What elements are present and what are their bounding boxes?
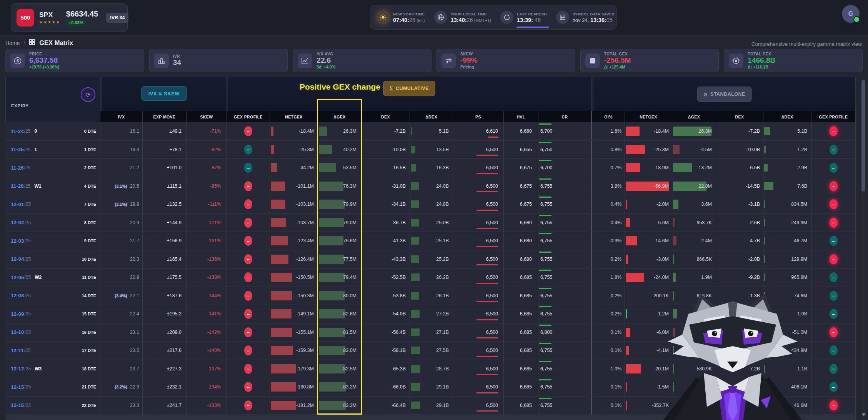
cell-skew: -137% (187, 360, 227, 378)
cell-value: -31.0B (392, 183, 406, 189)
column-header-hvl[interactable]: HVL (504, 111, 538, 122)
stat-card-total-gex[interactable]: TOTAL GEX-256.5MΔ: +125.4M (580, 49, 719, 72)
breadcrumb-home[interactable]: Home (5, 40, 20, 46)
call-resistance-line (539, 343, 551, 344)
negative-bar (626, 382, 627, 392)
column-header-ivx[interactable]: IVX (100, 111, 143, 122)
column-header--dex[interactable]: ΔDEX (763, 111, 811, 122)
cell-ddex: 25.0B (410, 214, 453, 232)
expiry-date-link[interactable]: 12-03 (11, 238, 24, 244)
column-header-exp-move[interactable]: EXP MOVE (143, 111, 187, 122)
stat-card-ivx-avg[interactable]: IVX AVG22.65d: +4.0% (293, 49, 432, 72)
expiry-date-link[interactable]: 12-02 (11, 220, 24, 225)
column-header-oi-[interactable]: OI% (591, 111, 625, 122)
cell-value: 0.3% (611, 238, 622, 243)
gex-profile-indicator: – (830, 364, 838, 374)
expiry-date-link[interactable]: 12-10 (11, 329, 24, 335)
column-header-ps[interactable]: PS (453, 111, 504, 122)
cell-netgex: -155.1M (270, 323, 318, 342)
cell-value: 21.7 (130, 238, 139, 243)
cell-value: -54.0B (392, 311, 406, 317)
cell-dgex: 26.3M (318, 122, 362, 140)
column-header-dex[interactable]: DEX (362, 111, 410, 122)
cell-hvl: 6,685 (504, 305, 538, 323)
cell-value: 0.1% (611, 348, 622, 353)
cell-standalone-dgex: 1.9M (672, 268, 716, 287)
cell-value: 1.8% (611, 275, 622, 280)
cell-value: ±132.5 (167, 202, 182, 207)
expiry-date-link[interactable]: 12-05 (11, 275, 24, 280)
expiry-date-link[interactable]: 12-16 (11, 402, 24, 408)
expiry-date-link[interactable]: 12-04 (11, 256, 24, 262)
column-header-gex-profile[interactable]: GEX PROFILE (227, 111, 270, 122)
expiry-settings-button[interactable]: ⟳ (81, 87, 95, 102)
cell-value: -121% (207, 220, 221, 225)
expiry-date-link[interactable]: 11-26 (11, 165, 24, 171)
user-avatar[interactable]: G (842, 5, 860, 23)
dte-label: 16 DTE (82, 330, 96, 335)
cell-value: -2.0M (656, 202, 669, 207)
stat-card-total-dex[interactable]: TOTAL DEX1466.8BΔ: +116.1B (724, 49, 863, 72)
cell-ivx: 23.3 (100, 397, 143, 415)
expiry-date-link[interactable]: 12-09 (11, 311, 24, 317)
positive-bar (319, 309, 345, 318)
table-row: 11-25/2511 DTE19.4±78.1-82%–-25.3M40.2M-… (5, 141, 856, 159)
column-header-skew[interactable]: SKEW (187, 111, 227, 122)
cell-dgex: 81.5M (318, 323, 362, 342)
vertical-scrollbar[interactable] (861, 77, 866, 420)
positive-bar (411, 237, 419, 245)
expiry-year: /25 (25, 220, 31, 225)
cell-value: -958.7K (695, 220, 712, 225)
stat-card-price[interactable]: $ PRICE6,637.58+19.56 (+0.30%) (5, 49, 144, 72)
tab-ivx-skew[interactable]: IVX & SKEW (141, 86, 187, 101)
stat-card-skew[interactable]: SKEW-99%Pricing (436, 49, 575, 72)
dte-label: 9 DTE (84, 238, 96, 243)
cell-skew: -82% (187, 141, 227, 159)
cell-value: 76.6M (343, 238, 357, 243)
standalone-button[interactable]: ⊙STANDALONE (697, 87, 752, 102)
cell-value: 22.9 (130, 275, 139, 280)
stat-card-ivr[interactable]: IVR34 (149, 49, 288, 72)
expiry-date-link[interactable]: 12-15 (11, 384, 24, 390)
column-header-netgex[interactable]: NETGEX (270, 111, 318, 122)
stat-cards-row: $ PRICE6,637.58+19.56 (+0.30%) IVR34 IVX… (5, 49, 863, 72)
symbol-card[interactable]: 500 SPX ★★★★★ $6634.45 +0.03% IVR 34 (11, 3, 128, 32)
expiry-week-badge: W1 (34, 183, 41, 189)
positive-bar (319, 127, 327, 136)
scrollbar-thumb[interactable] (861, 80, 865, 192)
cell-value: 129.9M (791, 257, 807, 262)
column-header--gex[interactable]: ΔGEX (318, 111, 362, 122)
cell-value: 6,500 (486, 165, 498, 170)
cell-gex-profile: – (227, 214, 270, 232)
expiry-date-link[interactable]: 12-08 (11, 293, 24, 298)
column-header-gex-profile[interactable]: GEX PROFILE (811, 111, 856, 122)
cell-value: 6,755 (540, 202, 552, 207)
expiry-date-link[interactable]: 12-12 (11, 366, 24, 372)
cell-value: 21.2 (130, 165, 139, 170)
positive-bar (411, 402, 420, 409)
expiry-year: /25 (25, 293, 31, 298)
positive-bar (764, 127, 770, 135)
square-icon (585, 53, 600, 68)
cell-value: -126.4M (296, 257, 314, 262)
cumulative-button[interactable]: ΣCUMULATIVE (383, 81, 435, 96)
column-header-netgex[interactable]: NETGEX (625, 111, 672, 122)
cell-netgex: -181.2M (270, 397, 318, 415)
cell-hvl: 6,685 (504, 378, 538, 396)
column-header-dex[interactable]: DEX (716, 111, 763, 122)
cell-standalone-gex-profile: – (811, 159, 856, 177)
expiry-date-link[interactable]: 12-01 (11, 202, 24, 207)
cell-dex: -65.3B (362, 360, 410, 378)
column-header--dex[interactable]: ΔDEX (410, 111, 453, 122)
cell-ivx: (3.4%)22.1 (100, 287, 143, 305)
cell-value: ±217.6 (167, 348, 182, 353)
scroll-down-arrow[interactable] (862, 413, 866, 416)
expiry-date-link[interactable]: 11-28 (11, 183, 24, 189)
put-support-line (476, 228, 498, 229)
expiry-date-link[interactable]: 11-24 (11, 128, 24, 134)
expiry-date-link[interactable]: 12-11 (11, 348, 24, 353)
column-header-cr[interactable]: CR (538, 111, 591, 122)
expiry-date-link[interactable]: 11-25 (11, 147, 24, 152)
cell-ps: 6,500 (453, 214, 504, 232)
column-header--gex[interactable]: ΔGEX (672, 111, 716, 122)
